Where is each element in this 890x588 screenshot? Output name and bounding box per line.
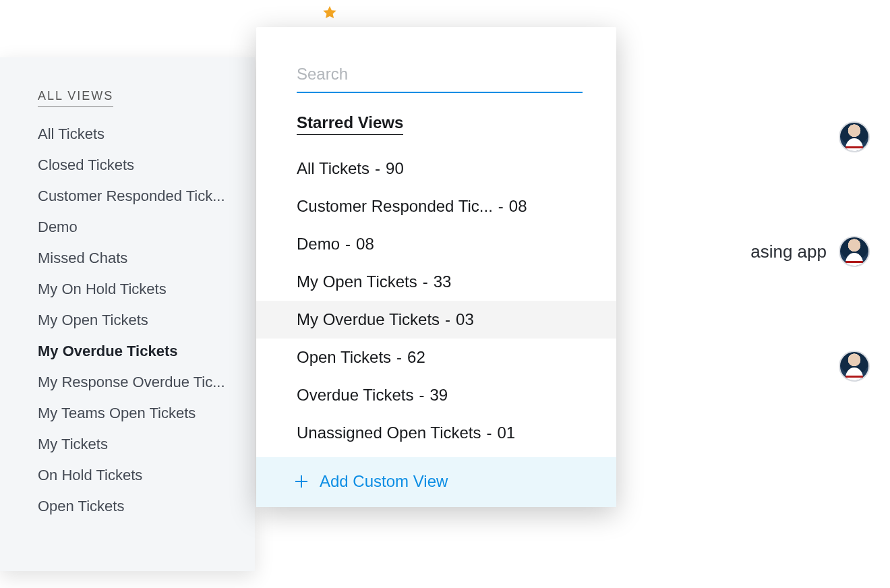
starred-view-item[interactable]: My Open Tickets - 33 xyxy=(256,263,616,301)
ticket-row[interactable] xyxy=(615,351,870,382)
starred-view-count: 01 xyxy=(497,423,515,442)
sidebar-item[interactable]: Customer Responded Tick... xyxy=(38,187,233,205)
starred-view-label: Open Tickets xyxy=(297,348,391,367)
starred-view-count: 39 xyxy=(429,386,448,405)
ticket-row[interactable] xyxy=(615,121,870,152)
avatar xyxy=(839,351,870,382)
separator: - xyxy=(498,197,504,216)
starred-view-label: My Open Tickets xyxy=(297,272,417,291)
sidebar-item[interactable]: My Open Tickets xyxy=(38,312,233,329)
separator: - xyxy=(345,235,351,254)
sidebar-item[interactable]: My Response Overdue Tic... xyxy=(38,374,233,391)
starred-view-label: My Overdue Tickets xyxy=(297,310,440,329)
sidebar-item[interactable]: My Teams Open Tickets xyxy=(38,405,233,422)
separator: - xyxy=(445,310,450,329)
starred-view-item[interactable]: All Tickets - 90 xyxy=(256,150,616,187)
separator: - xyxy=(423,272,428,291)
ticket-title-fragment: asing app xyxy=(750,241,827,262)
sidebar-item[interactable]: Open Tickets xyxy=(38,498,233,515)
starred-view-item[interactable]: Unassigned Open Tickets - 01 xyxy=(256,414,616,452)
sidebar-item[interactable]: All Tickets xyxy=(38,125,233,143)
add-custom-view-button[interactable]: Add Custom View xyxy=(256,457,616,507)
sidebar-item[interactable]: My Tickets xyxy=(38,436,233,453)
avatar xyxy=(839,121,870,152)
starred-views-dropdown: Starred Views All Tickets - 90Customer R… xyxy=(256,27,616,507)
starred-view-count: 62 xyxy=(407,348,425,367)
sidebar-item[interactable]: Missed Chats xyxy=(38,249,233,267)
starred-views-heading: Starred Views xyxy=(297,113,403,135)
star-icon xyxy=(322,5,338,21)
separator: - xyxy=(396,348,402,367)
search-input[interactable] xyxy=(297,61,583,93)
views-sidebar: ALL VIEWS All TicketsClosed TicketsCusto… xyxy=(0,57,255,571)
search-wrap xyxy=(256,61,616,113)
starred-view-item[interactable]: Open Tickets - 62 xyxy=(256,339,616,376)
sidebar-list: All TicketsClosed TicketsCustomer Respon… xyxy=(38,125,235,515)
starred-view-label: Unassigned Open Tickets xyxy=(297,423,481,442)
sidebar-item[interactable]: On Hold Tickets xyxy=(38,467,233,484)
separator: - xyxy=(375,159,380,178)
avatar xyxy=(839,236,870,267)
starred-view-count: 08 xyxy=(509,197,527,216)
starred-view-item[interactable]: Customer Responded Tic... - 08 xyxy=(256,187,616,225)
starred-view-item[interactable]: My Overdue Tickets - 03 xyxy=(256,301,616,339)
sidebar-item[interactable]: My Overdue Tickets xyxy=(38,343,233,360)
plus-icon xyxy=(295,475,307,488)
starred-view-item[interactable]: Overdue Tickets - 39 xyxy=(256,376,616,414)
sidebar-title: ALL VIEWS xyxy=(38,89,113,107)
starred-view-count: 08 xyxy=(356,235,374,254)
separator: - xyxy=(419,386,424,405)
starred-view-count: 33 xyxy=(434,272,452,291)
sidebar-item[interactable]: Demo xyxy=(38,218,233,236)
starred-view-item[interactable]: Demo - 08 xyxy=(256,225,616,263)
separator: - xyxy=(486,423,492,442)
ticket-row[interactable]: asing app xyxy=(615,236,870,267)
starred-view-count: 90 xyxy=(386,159,404,178)
starred-view-label: All Tickets xyxy=(297,159,369,178)
starred-view-count: 03 xyxy=(456,310,474,329)
add-custom-view-label: Add Custom View xyxy=(320,472,448,491)
starred-view-label: Demo xyxy=(297,235,340,254)
sidebar-item[interactable]: Closed Tickets xyxy=(38,156,233,174)
starred-view-label: Overdue Tickets xyxy=(297,386,413,405)
sidebar-item[interactable]: My On Hold Tickets xyxy=(38,281,233,298)
starred-list: All Tickets - 90Customer Responded Tic..… xyxy=(256,150,616,452)
starred-view-label: Customer Responded Tic... xyxy=(297,197,493,216)
